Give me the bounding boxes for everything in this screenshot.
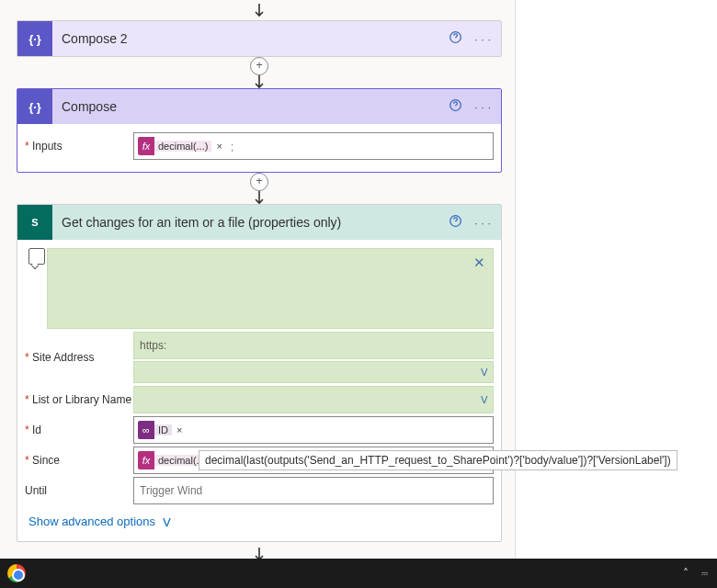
insert-step[interactable]: + [17, 57, 502, 75]
expression-tooltip: decimal(last(outputs('Send_an_HTTP_reque… [199, 450, 677, 470]
help-icon[interactable] [446, 30, 464, 47]
id-field[interactable]: ∞ ID × [133, 416, 494, 444]
dynamic-token[interactable]: ∞ ID × [138, 421, 187, 439]
list-name-field[interactable] [133, 386, 494, 413]
compose-icon: {·} [17, 21, 52, 56]
fx-icon: fx [138, 451, 154, 469]
redaction-overlay: ✕ [47, 248, 494, 329]
taskbar[interactable]: ˄ ⎓ [0, 559, 717, 588]
show-advanced-options[interactable]: Show advanced options ᐯ [25, 507, 494, 532]
link-icon: ∞ [138, 421, 154, 439]
action-title: Get changes for an item or a file (prope… [62, 215, 437, 230]
field-label: Until [25, 484, 133, 497]
chevron-down-icon: ᐯ [481, 394, 488, 406]
action-compose[interactable]: {·} Compose · · · Inputs fx decimal(...)… [17, 88, 502, 173]
chevron-down-icon: ᐯ [163, 515, 171, 529]
field-label: Inputs [25, 140, 133, 153]
field-label: Id [25, 424, 133, 436]
chevron-down-icon: ᐯ [481, 367, 488, 379]
expression-token[interactable]: fx decimal(...) × [138, 137, 227, 155]
field-label: List or Library Name [25, 393, 133, 406]
field-label: Site Address [25, 351, 133, 364]
flow-canvas: {·} Compose 2 · · · + {·} Compose · · · … [0, 0, 516, 559]
remove-token-icon[interactable]: × [172, 424, 187, 435]
more-icon[interactable]: · · · [473, 100, 492, 114]
until-input[interactable] [138, 483, 489, 498]
site-address-field[interactable]: https: [133, 332, 494, 359]
site-address-dropdown[interactable] [133, 361, 494, 383]
sharepoint-icon: S [17, 205, 52, 240]
action-title: Compose 2 [62, 31, 437, 46]
comment-icon[interactable] [28, 248, 45, 265]
action-sharepoint-get-changes[interactable]: S Get changes for an item or a file (pro… [17, 204, 502, 542]
tray-overflow-icon[interactable]: ˄ [683, 567, 689, 580]
more-icon[interactable]: · · · [473, 32, 492, 46]
inputs-field[interactable]: fx decimal(...) × ; [133, 132, 494, 160]
remove-token-icon[interactable]: × [211, 141, 226, 152]
system-tray[interactable]: ˄ ⎓ [683, 567, 717, 580]
connector-arrow [17, 75, 502, 88]
help-icon[interactable] [446, 214, 464, 231]
battery-icon[interactable]: ⎓ [701, 567, 708, 580]
until-field[interactable] [133, 477, 494, 504]
insert-step[interactable]: + [17, 173, 502, 191]
compose-icon: {·} [17, 89, 52, 124]
action-title: Compose [62, 99, 437, 114]
chrome-icon[interactable] [7, 564, 26, 582]
help-icon[interactable] [446, 98, 464, 115]
connector-arrow [17, 191, 502, 204]
more-icon[interactable]: · · · [473, 216, 492, 230]
field-label: Since [25, 454, 133, 467]
fx-icon: fx [138, 137, 154, 155]
close-icon[interactable]: ✕ [473, 254, 485, 271]
action-compose-2[interactable]: {·} Compose 2 · · · [17, 20, 502, 57]
connector-arrow [17, 0, 502, 20]
